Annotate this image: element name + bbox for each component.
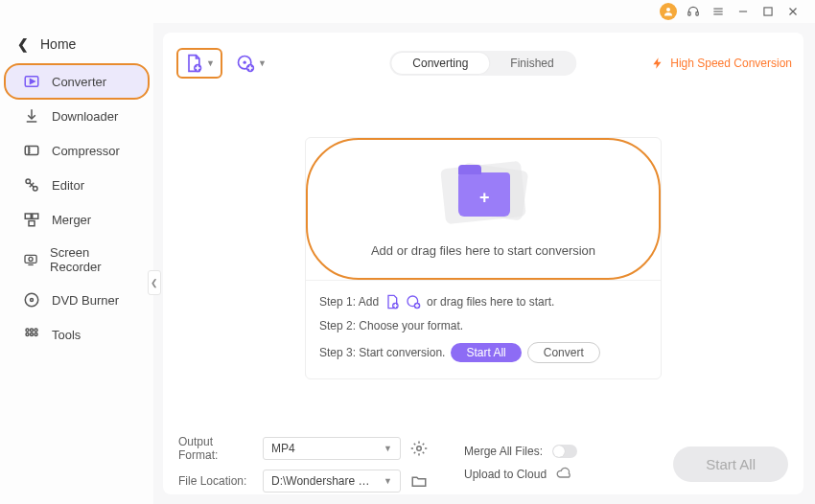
sidebar-item-label: DVD Burner [52, 293, 119, 308]
add-disc-mini-icon [406, 294, 421, 309]
output-format-label: Output Format: [178, 435, 253, 462]
upload-label: Upload to Cloud [464, 468, 547, 481]
sidebar-item-converter[interactable]: Converter [6, 65, 148, 98]
toolbar: ▼ ▼ Converting Finished High Speed Conve… [175, 44, 792, 82]
svg-point-28 [26, 333, 29, 336]
svg-rect-12 [25, 147, 38, 155]
file-location-label: File Location: [178, 474, 253, 488]
output-settings-icon[interactable] [410, 440, 428, 457]
home-nav[interactable]: ❮ Home [0, 31, 153, 65]
svg-rect-2 [696, 12, 698, 15]
collapse-sidebar-button[interactable]: ❮ [148, 270, 161, 295]
panel: ▼ ▼ Converting Finished High Speed Conve… [163, 33, 803, 494]
svg-point-23 [25, 293, 38, 307]
add-file-button[interactable]: ▼ [176, 48, 222, 79]
output-format-value: MP4 [271, 442, 295, 455]
svg-rect-7 [764, 8, 772, 15]
footer: Output Format: MP4 ▼ File Location: D:\W… [175, 433, 792, 494]
high-speed-conversion-button[interactable]: High Speed Conversion [651, 57, 792, 70]
svg-point-29 [31, 333, 34, 336]
main-area: ▼ ▼ Converting Finished High Speed Conve… [153, 23, 815, 504]
svg-point-26 [31, 329, 34, 332]
output-format-select[interactable]: MP4 ▼ [263, 437, 401, 460]
tab-converting[interactable]: Converting [391, 53, 489, 74]
back-icon: ❮ [17, 36, 29, 52]
steps: Step 1: Add or drag files here to start.… [306, 280, 661, 378]
sidebar-item-screen-recorder[interactable]: Screen Recorder [6, 238, 148, 282]
sidebar-item-label: Downloader [52, 109, 118, 124]
svg-marker-11 [31, 80, 35, 84]
chevron-down-icon: ▼ [384, 444, 392, 453]
add-file-mini-icon [384, 294, 400, 309]
svg-rect-19 [29, 221, 35, 226]
svg-point-27 [35, 329, 37, 332]
drop-card: + Add or drag files here to start conver… [305, 137, 662, 379]
sidebar-item-label: Merger [52, 213, 91, 227]
sidebar-item-label: Editor [52, 178, 84, 193]
svg-point-25 [26, 329, 29, 332]
center: + Add or drag files here to start conver… [175, 82, 792, 433]
svg-point-21 [29, 257, 33, 261]
step2-text: Step 2: Choose your format. [319, 319, 463, 332]
svg-rect-17 [25, 214, 31, 218]
file-location-select[interactable]: D:\Wondershare UniConverter 1 ▼ [263, 470, 401, 493]
menu-icon[interactable] [710, 3, 727, 20]
chevron-down-icon: ▼ [384, 476, 392, 486]
chevron-down-icon: ▼ [206, 58, 215, 68]
compressor-icon [23, 142, 40, 159]
converter-icon [23, 73, 40, 90]
start-all-pill[interactable]: Start All [451, 343, 521, 362]
sidebar-item-label: Converter [52, 75, 106, 89]
step1-text-a: Step 1: Add [319, 295, 379, 309]
headset-icon[interactable] [685, 3, 702, 20]
high-speed-label: High Speed Conversion [670, 57, 792, 70]
tools-icon [23, 326, 40, 343]
svg-point-30 [35, 333, 37, 336]
merger-icon [23, 211, 40, 228]
sidebar-item-downloader[interactable]: Downloader [6, 100, 148, 132]
tab-finished[interactable]: Finished [489, 53, 574, 74]
folder-icon: + [437, 159, 529, 226]
sidebar-item-label: Tools [52, 328, 81, 342]
step1-text-b: or drag files here to start. [427, 295, 554, 309]
sidebar-item-label: Compressor [52, 144, 120, 158]
screen-recorder-icon [23, 251, 38, 268]
merge-label: Merge All Files: [464, 445, 543, 458]
dvd-icon [23, 291, 40, 309]
add-disc-button[interactable]: ▼ [230, 48, 272, 79]
chevron-down-icon: ▼ [258, 58, 267, 68]
home-label: Home [40, 36, 76, 52]
cloud-icon[interactable] [556, 466, 571, 484]
sidebar-item-dvd-burner[interactable]: DVD Burner [6, 284, 148, 316]
sidebar-item-compressor[interactable]: Compressor [6, 134, 148, 167]
tab-group: Converting Finished [389, 51, 576, 76]
sidebar: ❮ Home Converter Downloader Compressor [0, 23, 153, 504]
svg-point-33 [243, 61, 245, 64]
convert-pill[interactable]: Convert [527, 342, 600, 363]
editor-icon [23, 176, 40, 194]
minimize-button[interactable] [734, 3, 752, 20]
avatar-icon[interactable] [660, 3, 677, 20]
sidebar-item-label: Screen Recorder [50, 245, 134, 274]
merge-toggle[interactable] [552, 445, 577, 458]
open-folder-icon[interactable] [410, 472, 428, 490]
drop-zone-text: Add or drag files here to start conversi… [371, 243, 595, 258]
step3-text: Step 3: Start conversion. [319, 346, 445, 359]
svg-rect-20 [25, 255, 36, 263]
download-icon [23, 107, 40, 125]
drop-zone[interactable]: + Add or drag files here to start conver… [306, 138, 661, 280]
svg-rect-18 [33, 214, 38, 218]
title-bar [0, 0, 815, 23]
maximize-button[interactable] [759, 3, 777, 20]
svg-point-24 [31, 299, 34, 302]
close-button[interactable] [784, 3, 802, 20]
start-all-button[interactable]: Start All [673, 447, 788, 482]
sidebar-item-merger[interactable]: Merger [6, 203, 148, 236]
svg-rect-1 [688, 12, 690, 15]
svg-point-0 [666, 8, 670, 11]
svg-point-38 [417, 447, 422, 451]
sidebar-item-editor[interactable]: Editor [6, 169, 148, 201]
file-location-value: D:\Wondershare UniConverter 1 [271, 474, 377, 488]
sidebar-item-tools[interactable]: Tools [6, 318, 148, 351]
